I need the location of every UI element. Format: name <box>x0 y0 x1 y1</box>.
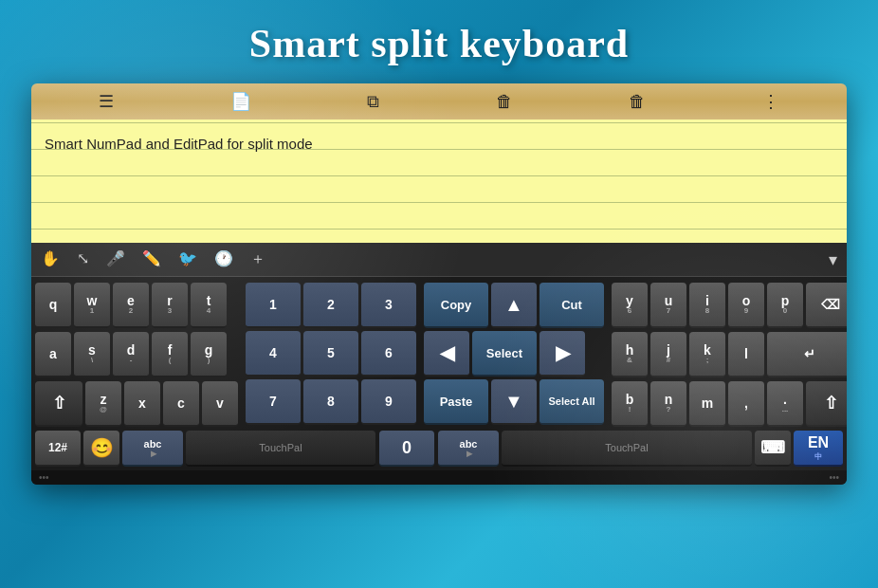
touchpal-left-label: TouchPal <box>186 431 375 467</box>
key-6[interactable]: 6 <box>361 331 416 377</box>
key-x[interactable]: x <box>124 381 160 427</box>
keyboard-toolbar: ✋ ⤡ 🎤 ✏️ 🐦 🕐 ＋ ▾ <box>31 243 847 277</box>
copy-icon[interactable]: ⧉ <box>367 92 379 112</box>
new-file-icon[interactable]: 📄 <box>230 91 251 112</box>
abc-left-key[interactable]: abc▶ <box>122 431 183 467</box>
page-title: Smart split keyboard <box>0 0 878 83</box>
toolbar-icons: ✋ ⤡ 🎤 ✏️ 🐦 🕐 ＋ <box>41 249 829 269</box>
copy-button[interactable]: Copy <box>424 283 488 328</box>
keyboard-icon-key[interactable]: ⌨ <box>755 431 791 467</box>
notepad-toolbar: ☰ 📄 ⧉ 🗑 🗑 ⋮ <box>31 83 847 119</box>
arrow-left-key[interactable]: ◀ <box>424 331 469 377</box>
key-f[interactable]: f( <box>152 332 188 377</box>
numpad-row-2: 4 5 6 <box>246 331 416 377</box>
key-h[interactable]: h& <box>612 332 648 377</box>
kb-middle: Copy ▲ Cut ◀ Select ▶ Paste ▼ Select All <box>424 283 604 427</box>
key-e[interactable]: e2 <box>113 283 149 328</box>
key-v[interactable]: v <box>202 381 238 427</box>
key-c[interactable]: c <box>163 381 199 427</box>
trash-icon[interactable]: 🗑 <box>629 92 646 112</box>
emoji-key[interactable]: 😊 <box>83 431 119 467</box>
kb-row-2: a s\ d- f( g) <box>35 332 238 377</box>
paste-button[interactable]: Paste <box>424 379 488 425</box>
kb-row-1: q w1 e2 r3 t4 <box>35 283 238 328</box>
key-w[interactable]: w1 <box>74 283 110 328</box>
key-2[interactable]: 2 <box>303 283 358 328</box>
key-p[interactable]: p0 <box>767 283 803 328</box>
key-i[interactable]: i8 <box>689 283 725 328</box>
chevron-down-icon[interactable]: ▾ <box>829 249 837 270</box>
key-k[interactable]: k; <box>689 332 725 377</box>
key-t[interactable]: t4 <box>191 283 227 328</box>
key-7[interactable]: 7 <box>246 379 301 425</box>
key-9[interactable]: 9 <box>361 379 416 425</box>
key-z[interactable]: z@ <box>85 381 121 427</box>
key-period[interactable]: .... <box>767 381 803 427</box>
shift-right-key[interactable]: ⇧ <box>806 381 847 427</box>
en-lang-key[interactable]: EN 中 <box>794 431 843 467</box>
key-u[interactable]: u7 <box>650 283 686 328</box>
key-g[interactable]: g) <box>191 332 227 377</box>
device-frame: ☰ 📄 ⧉ 🗑 🗑 ⋮ Smart NumPad and EditPad for… <box>31 83 847 485</box>
more-icon[interactable]: ⋮ <box>762 91 779 112</box>
key-j[interactable]: j# <box>650 332 686 377</box>
key-o[interactable]: o9 <box>728 283 764 328</box>
notepad-content[interactable]: Smart NumPad and EditPad for split mode <box>31 119 847 243</box>
key-4[interactable]: 4 <box>246 331 301 377</box>
key-r[interactable]: r3 <box>152 283 188 328</box>
key-3[interactable]: 3 <box>361 283 416 328</box>
kb-left: q w1 e2 r3 t4 a s\ d- f( g) ⇧ z@ <box>35 283 238 427</box>
key-d[interactable]: d- <box>113 332 149 377</box>
keyboard-main: q w1 e2 r3 t4 a s\ d- f( g) ⇧ z@ <box>31 277 847 431</box>
key-1[interactable]: 1 <box>246 283 301 328</box>
hand-icon[interactable]: ✋ <box>41 249 60 269</box>
arrow-up-key[interactable]: ▲ <box>491 283 537 328</box>
touchpal-right-label: TouchPal <box>502 431 752 467</box>
delete-icon[interactable]: 🗑 <box>496 92 513 112</box>
right-row-2: h& j# k; l ↵ <box>612 332 847 377</box>
key-m[interactable]: m <box>689 381 725 427</box>
key-q[interactable]: q <box>35 283 71 328</box>
key-5[interactable]: 5 <box>303 331 358 377</box>
middle-row-2: ◀ Select ▶ <box>424 331 604 377</box>
select-all-button[interactable]: Select All <box>540 379 604 425</box>
keyboard-section: ✋ ⤡ 🎤 ✏️ 🐦 🕐 ＋ ▾ q w1 e2 r3 t4 <box>31 243 847 485</box>
key-l[interactable]: l <box>728 332 764 377</box>
right-row-1: y6 u7 i8 o9 p0 ⌫ <box>612 283 847 328</box>
kb-numpad: 1 2 3 4 5 6 7 8 9 <box>246 283 416 427</box>
mic-icon[interactable]: 🎤 <box>106 249 125 269</box>
cut-button[interactable]: Cut <box>540 283 604 328</box>
pen-icon[interactable]: ✏️ <box>142 249 161 269</box>
middle-row-3: Paste ▼ Select All <box>424 379 604 425</box>
num12-key[interactable]: 12# <box>35 431 81 467</box>
clock-icon[interactable]: 🕐 <box>214 249 233 269</box>
abc-right-key[interactable]: abc▶ <box>438 431 499 467</box>
key-y[interactable]: y6 <box>612 283 648 328</box>
key-b[interactable]: b! <box>612 381 648 427</box>
key-s[interactable]: s\ <box>74 332 110 377</box>
key-a[interactable]: a <box>35 332 71 377</box>
backspace-key[interactable]: ⌫ <box>806 283 847 328</box>
right-row-3: b! n? m , .... ⇧ <box>612 381 847 427</box>
plus-icon[interactable]: ＋ <box>250 249 265 269</box>
key-zero[interactable]: 0 <box>379 431 434 467</box>
shift-left-key[interactable]: ⇧ <box>35 381 82 427</box>
bird-icon[interactable]: 🐦 <box>178 249 197 269</box>
kb-row-3: ⇧ z@ x c v <box>35 381 238 427</box>
key-n[interactable]: n? <box>650 381 686 427</box>
enter-key[interactable]: ↵ <box>767 332 847 377</box>
select-button[interactable]: Select <box>472 331 537 377</box>
arrow-down-key[interactable]: ▼ <box>491 379 537 425</box>
notepad-text: Smart NumPad and EditPad for split mode <box>45 127 833 157</box>
resize-icon[interactable]: ⤡ <box>77 249 89 269</box>
bottom-dots-row: ••• ••• <box>31 470 847 485</box>
menu-icon[interactable]: ☰ <box>99 91 114 112</box>
arrow-right-key[interactable]: ▶ <box>540 331 585 377</box>
kb-right: y6 u7 i8 o9 p0 ⌫ h& j# k; l ↵ b! <box>612 283 847 427</box>
numpad-row-3: 7 8 9 <box>246 379 416 425</box>
numpad-row-1: 1 2 3 <box>246 283 416 328</box>
key-8[interactable]: 8 <box>303 379 358 425</box>
key-comma[interactable]: , <box>728 381 764 427</box>
middle-row-1: Copy ▲ Cut <box>424 283 604 328</box>
